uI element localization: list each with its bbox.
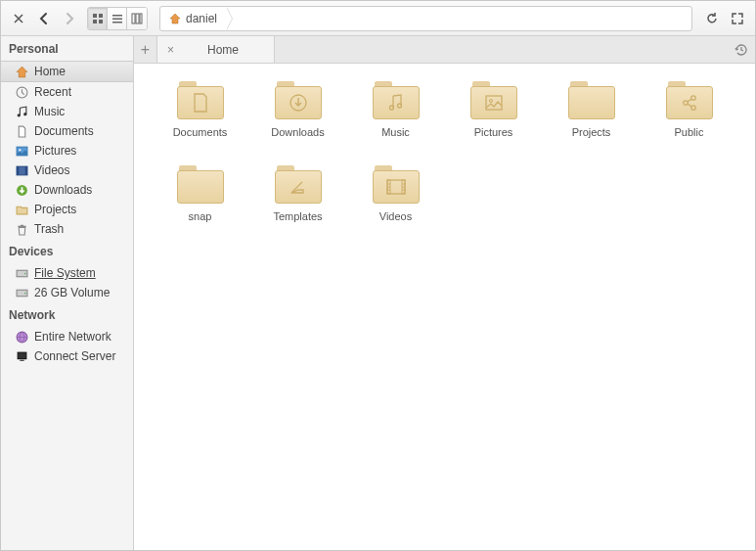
folder-label: Pictures	[474, 126, 513, 138]
folder-icon	[568, 81, 615, 120]
folder-icon	[177, 81, 224, 120]
network-icon	[15, 330, 28, 344]
forward-button[interactable]	[58, 7, 81, 30]
sidebar-item-documents[interactable]: Documents	[1, 121, 133, 141]
folder-item[interactable]: Templates	[251, 165, 344, 222]
svg-rect-8	[136, 14, 139, 23]
svg-point-11	[17, 114, 20, 116]
document-icon	[15, 124, 28, 138]
sidebar-item-network[interactable]: Entire Network	[1, 327, 133, 346]
folder-icon	[470, 81, 517, 120]
folder-item[interactable]: Projects	[545, 81, 638, 138]
sidebar-item-downloads[interactable]: Downloads	[1, 180, 133, 200]
recent-icon	[15, 85, 28, 99]
disk-icon	[15, 266, 28, 280]
sidebar-item-music[interactable]: Music	[1, 102, 133, 121]
sidebar-item-trash[interactable]: Trash	[1, 219, 133, 239]
trash-icon	[15, 222, 28, 236]
body: Personal Home Recent Music Documents Pic…	[1, 36, 755, 550]
folder-icon	[373, 165, 420, 205]
svg-point-30	[489, 100, 492, 103]
reload-button[interactable]	[700, 7, 724, 30]
close-button[interactable]	[7, 7, 30, 30]
sidebar-item-volume[interactable]: 26 GB Volume	[1, 283, 133, 302]
back-button[interactable]	[32, 7, 56, 30]
svg-point-22	[23, 292, 25, 294]
folder-item[interactable]: Videos	[349, 165, 442, 222]
svg-point-14	[19, 149, 21, 151]
svg-rect-9	[140, 14, 142, 23]
tab-close-icon[interactable]: ×	[167, 43, 174, 57]
svg-rect-6	[112, 22, 122, 23]
tab-bar: + × Home	[134, 36, 755, 64]
svg-rect-7	[132, 14, 135, 23]
svg-rect-2	[93, 20, 97, 23]
sidebar-item-filesystem[interactable]: File System	[1, 263, 133, 283]
folder-icon	[275, 165, 322, 205]
folder-label: snap	[189, 210, 212, 222]
sidebar-item-home[interactable]: Home	[1, 61, 133, 82]
tab-history-button[interactable]	[728, 36, 755, 63]
videos-icon	[15, 163, 28, 177]
view-list-button[interactable]	[108, 8, 127, 29]
folder-item[interactable]: Music	[349, 81, 442, 138]
sidebar-item-connect-server[interactable]: Connect Server	[1, 346, 133, 366]
folder-item[interactable]: Documents	[154, 81, 246, 138]
folder-item[interactable]: snap	[154, 165, 246, 222]
new-tab-button[interactable]: +	[134, 36, 157, 63]
view-icons-button[interactable]	[88, 8, 108, 29]
svg-rect-24	[18, 352, 26, 359]
view-columns-button[interactable]	[127, 8, 147, 29]
toolbar: daniel	[1, 1, 755, 36]
folder-label: Templates	[273, 210, 322, 222]
svg-rect-16	[17, 166, 19, 175]
sidebar-item-projects[interactable]: Projects	[1, 200, 133, 219]
home-icon	[15, 65, 28, 78]
svg-point-12	[23, 113, 26, 115]
view-mode-group	[87, 7, 148, 30]
tab-home[interactable]: × Home	[157, 36, 275, 63]
path-bar[interactable]: daniel	[159, 6, 692, 31]
folder-icon	[15, 203, 28, 216]
download-icon	[15, 183, 28, 197]
svg-point-28	[397, 104, 401, 108]
folder-label: Documents	[173, 126, 228, 138]
maximize-button[interactable]	[726, 7, 749, 30]
pictures-icon	[15, 144, 28, 158]
svg-rect-3	[99, 20, 103, 23]
folder-label: Public	[675, 126, 704, 138]
folder-icon	[666, 81, 713, 120]
breadcrumb-home[interactable]: daniel	[160, 7, 227, 30]
folder-label: Projects	[572, 126, 611, 138]
svg-rect-17	[24, 166, 26, 175]
sidebar-item-videos[interactable]: Videos	[1, 161, 133, 180]
svg-point-20	[23, 272, 25, 274]
folder-label: Videos	[379, 210, 412, 222]
sidebar-section-devices: Devices	[1, 239, 133, 263]
folder-item[interactable]: Pictures	[447, 81, 540, 138]
folder-item[interactable]: Public	[643, 81, 735, 138]
svg-rect-4	[112, 15, 122, 17]
music-icon	[15, 105, 28, 118]
tab-label: Home	[182, 43, 264, 57]
folder-grid: DocumentsDownloadsMusicPicturesProjectsP…	[154, 81, 735, 222]
content-area[interactable]: DocumentsDownloadsMusicPicturesProjectsP…	[134, 64, 755, 550]
svg-rect-5	[112, 18, 122, 20]
folder-label: Music	[381, 126, 410, 138]
svg-rect-25	[20, 359, 23, 360]
sidebar-item-pictures[interactable]: Pictures	[1, 141, 133, 161]
folder-item[interactable]: Downloads	[251, 81, 344, 138]
sidebar-item-recent[interactable]: Recent	[1, 82, 133, 102]
svg-point-33	[690, 106, 694, 110]
svg-rect-0	[93, 14, 97, 18]
folder-icon	[275, 81, 322, 120]
home-icon	[168, 12, 182, 25]
svg-rect-1	[99, 14, 103, 18]
breadcrumb-label: daniel	[186, 12, 217, 25]
svg-point-32	[690, 96, 694, 100]
folder-icon	[177, 165, 224, 205]
sidebar: Personal Home Recent Music Documents Pic…	[1, 36, 134, 550]
disk-icon	[15, 286, 28, 299]
main-area: + × Home DocumentsDownloadsMusicPictures…	[134, 36, 755, 550]
sidebar-section-network: Network	[1, 302, 133, 327]
